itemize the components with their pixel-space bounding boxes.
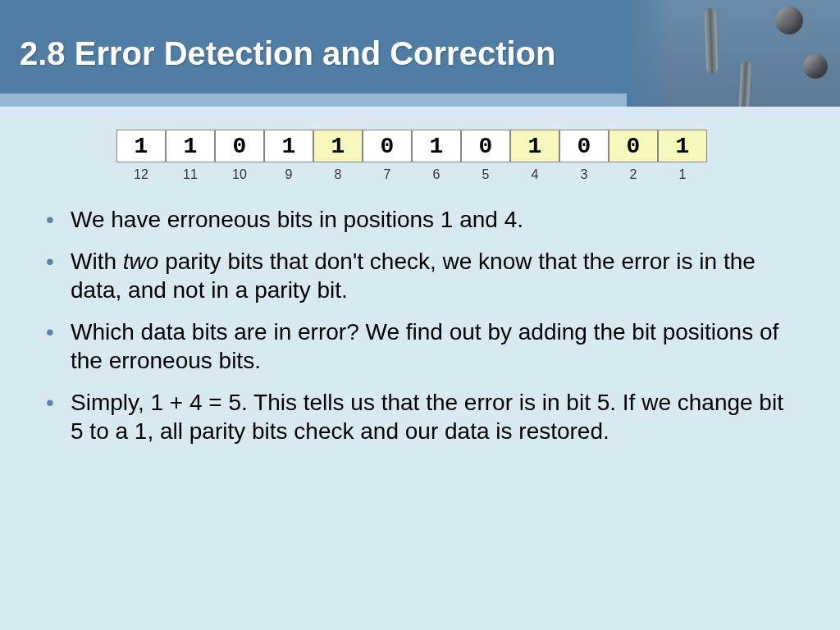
bit-cell: 1: [412, 130, 461, 162]
position-cell: 7: [363, 167, 412, 182]
bit-cell: 1: [116, 130, 166, 162]
bit-position-row: 121110987654321: [116, 167, 724, 182]
position-cell: 8: [313, 167, 363, 182]
bit-cell: 0: [363, 130, 412, 162]
bit-cell: 1: [166, 130, 215, 162]
bullet-text-pre: With: [71, 249, 123, 274]
bullet-text: Simply, 1 + 4 = 5. This tells us that th…: [71, 390, 783, 444]
bit-cell: 1: [313, 130, 363, 162]
position-cell: 10: [215, 167, 264, 182]
bullet-item: With two parity bits that don't check, w…: [38, 247, 802, 304]
bullet-text-em: two: [123, 249, 159, 274]
position-cell: 9: [264, 167, 313, 182]
position-cell: 4: [510, 167, 559, 182]
bullet-item: Simply, 1 + 4 = 5. This tells us that th…: [38, 388, 802, 445]
bullet-list: We have erroneous bits in positions 1 an…: [38, 205, 802, 445]
slide-header: 2.8 Error Detection and Correction: [0, 0, 840, 107]
bit-cell: 0: [559, 130, 609, 162]
bit-cell: 0: [461, 130, 510, 162]
header-decorative-image: [627, 0, 840, 107]
bit-cell: 0: [215, 130, 264, 162]
bullet-item: Which data bits are in error? We find ou…: [38, 317, 802, 375]
position-cell: 12: [116, 167, 166, 182]
bullet-item: We have erroneous bits in positions 1 an…: [38, 205, 802, 234]
bullet-text-post: parity bits that don't check, we know th…: [71, 249, 756, 303]
bullet-text: Which data bits are in error? We find ou…: [71, 319, 778, 373]
position-cell: 2: [609, 167, 658, 182]
bit-value-row: 110110101001: [116, 130, 724, 162]
bit-cell: 1: [264, 130, 313, 162]
slide-title: 2.8 Error Detection and Correction: [20, 35, 555, 72]
position-cell: 5: [461, 167, 510, 182]
bit-cell: 0: [609, 130, 658, 162]
bit-cell: 1: [510, 130, 559, 162]
position-cell: 3: [559, 167, 609, 182]
bullet-text: We have erroneous bits in positions 1 an…: [71, 207, 523, 232]
bit-cell: 1: [658, 130, 707, 162]
position-cell: 1: [658, 167, 707, 182]
bit-table: 110110101001 121110987654321: [116, 130, 724, 182]
position-cell: 11: [166, 167, 215, 182]
slide-body: We have erroneous bits in positions 1 an…: [0, 182, 840, 445]
position-cell: 6: [412, 167, 461, 182]
